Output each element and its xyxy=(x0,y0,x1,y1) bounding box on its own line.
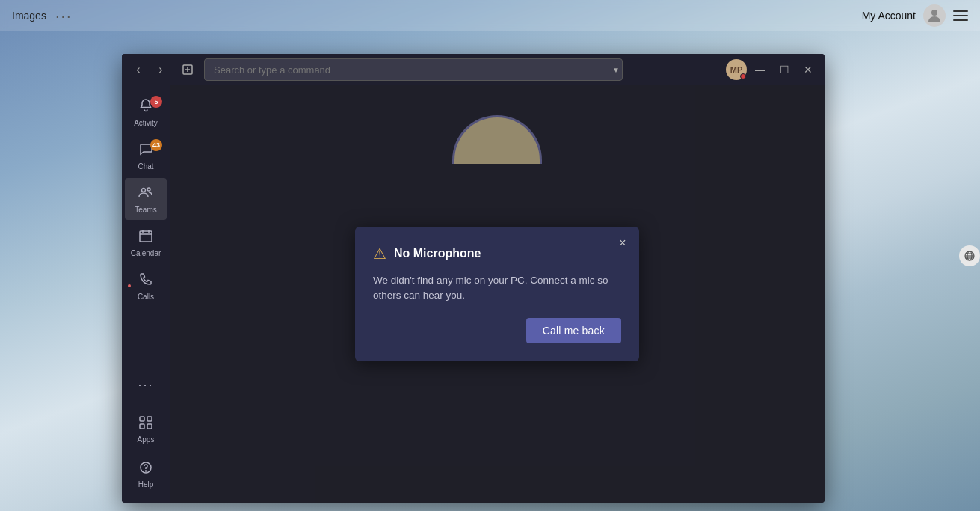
hamburger-menu-button[interactable] xyxy=(953,10,968,21)
hamburger-line-3 xyxy=(953,19,968,21)
activity-label: Activity xyxy=(134,119,158,127)
svg-point-15 xyxy=(146,471,147,471)
my-account-label[interactable]: My Account xyxy=(862,10,916,22)
user-initials: MP xyxy=(730,65,743,74)
title-bar-right: MP — ☐ ✕ xyxy=(726,59,819,80)
dialog-header: ⚠ No Microphone xyxy=(373,245,621,263)
dialog-body: We didn't find any mic on your PC. Conne… xyxy=(373,273,621,304)
user-avatar[interactable]: MP xyxy=(726,59,747,80)
top-bar-avatar[interactable] xyxy=(923,4,946,27)
dialog-close-button[interactable]: × xyxy=(614,234,632,252)
svg-rect-10 xyxy=(140,417,144,421)
top-bar-more-button[interactable]: ··· xyxy=(55,7,73,25)
sidebar-item-help[interactable]: Help xyxy=(125,453,167,495)
images-label: Images xyxy=(12,10,46,22)
svg-rect-12 xyxy=(140,424,144,429)
hamburger-line-2 xyxy=(953,15,968,16)
search-dropdown-button[interactable]: ▼ xyxy=(612,66,620,74)
help-label: Help xyxy=(138,480,154,489)
dialog-overlay: × ⚠ No Microphone We didn't find any mic… xyxy=(170,85,825,503)
top-bar-right: My Account xyxy=(862,4,968,27)
sidebar-bottom: ··· Apps xyxy=(125,364,167,503)
search-bar-container: ▼ xyxy=(204,58,623,81)
restore-button[interactable]: ☐ xyxy=(774,59,795,80)
calendar-label: Calendar xyxy=(131,249,161,257)
help-icon xyxy=(139,461,152,478)
compose-button[interactable] xyxy=(177,59,198,80)
apps-icon xyxy=(139,416,152,433)
more-dots-icon: ··· xyxy=(138,377,153,393)
calls-icon xyxy=(138,272,153,290)
back-button[interactable]: ‹ xyxy=(128,59,149,80)
top-bar-left: Images ··· xyxy=(12,7,73,25)
search-input[interactable] xyxy=(204,58,623,81)
calls-dot xyxy=(128,284,131,287)
call-back-button[interactable]: Call me back xyxy=(526,318,621,343)
status-dot xyxy=(740,73,746,79)
apps-label: Apps xyxy=(138,435,155,444)
sidebar: Activity 5 Chat 43 xyxy=(122,85,170,503)
teams-icon xyxy=(138,185,153,204)
globe-icon xyxy=(959,245,980,266)
minimize-button[interactable]: — xyxy=(750,59,771,80)
dialog-footer: Call me back xyxy=(373,318,621,343)
sidebar-item-teams[interactable]: Teams xyxy=(125,178,167,220)
calendar-icon xyxy=(138,228,153,247)
sidebar-item-calendar[interactable]: Calendar xyxy=(125,221,167,263)
svg-point-0 xyxy=(931,10,937,16)
svg-rect-6 xyxy=(140,231,152,242)
svg-point-5 xyxy=(147,188,150,191)
hamburger-line-1 xyxy=(953,10,968,12)
svg-point-4 xyxy=(142,188,146,192)
sidebar-item-apps[interactable]: Apps xyxy=(125,409,167,450)
nav-buttons: ‹ › xyxy=(128,59,171,80)
teams-label: Teams xyxy=(135,206,156,214)
window-body: Activity 5 Chat 43 xyxy=(122,85,825,503)
chat-label: Chat xyxy=(138,162,153,171)
top-bar: Images ··· My Account xyxy=(0,0,980,31)
sidebar-item-calls[interactable]: Calls xyxy=(125,265,167,307)
sidebar-item-chat[interactable]: Chat 43 xyxy=(125,135,167,177)
title-bar: ‹ › ▼ MP — ☐ ✕ xyxy=(122,54,825,85)
calls-label: Calls xyxy=(138,293,154,301)
main-content: × ⚠ No Microphone We didn't find any mic… xyxy=(170,85,825,503)
chat-badge: 43 xyxy=(150,139,162,151)
sidebar-item-more[interactable]: ··· xyxy=(125,364,167,406)
dialog-title: No Microphone xyxy=(394,247,481,260)
svg-rect-11 xyxy=(147,417,152,421)
teams-window: ‹ › ▼ MP — ☐ ✕ xyxy=(122,54,825,503)
close-button[interactable]: ✕ xyxy=(798,59,819,80)
svg-rect-13 xyxy=(147,424,152,429)
warning-icon: ⚠ xyxy=(373,245,386,263)
activity-badge: 5 xyxy=(150,96,162,108)
sidebar-item-activity[interactable]: Activity 5 xyxy=(125,91,167,133)
forward-button[interactable]: › xyxy=(150,59,171,80)
no-microphone-dialog: × ⚠ No Microphone We didn't find any mic… xyxy=(355,227,639,362)
